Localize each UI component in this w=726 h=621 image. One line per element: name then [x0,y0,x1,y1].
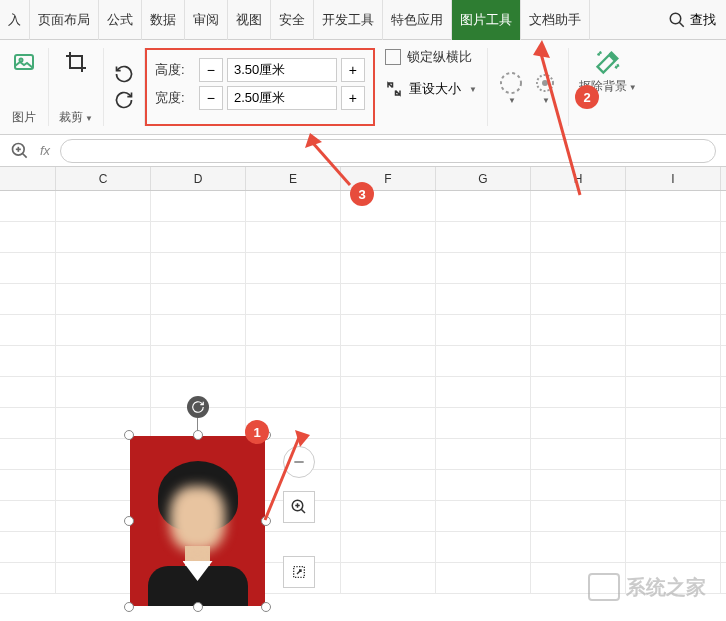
menu-tab-review[interactable]: 审阅 [185,0,228,40]
svg-point-4 [501,73,521,93]
rotate-handle[interactable] [187,396,209,418]
width-label: 宽度: [155,89,195,107]
annotation-2: 2 [575,85,599,109]
arrow-1 [260,425,310,525]
crop-icon [62,48,90,76]
lock-aspect-checkbox[interactable] [385,49,401,65]
annotation-1: 1 [245,420,269,444]
col-header-i[interactable]: I [626,167,721,190]
dropdown-arrow-icon: ▼ [469,85,477,94]
height-label: 高度: [155,61,195,79]
ribbon-crop-label: 裁剪▼ [59,109,93,126]
svg-point-0 [670,13,681,24]
reset-size-label: 重设大小 [409,80,461,98]
menu-tab-picture-tools[interactable]: 图片工具 [452,0,521,40]
formula-bar: fx [0,135,726,167]
arrow-3 [300,130,360,190]
fx-label: fx [40,143,50,158]
ribbon-group-rotate[interactable] [104,48,145,126]
menu-tab-formula[interactable]: 公式 [99,0,142,40]
menu-tab-apps[interactable]: 特色应用 [383,0,452,40]
ribbon-pic-label: 图片 [12,109,36,126]
ribbon-group-pic[interactable]: 图片 [0,48,49,126]
person-silhouette [148,451,248,606]
style-option-1[interactable]: ▼ [498,70,524,105]
menu-tab-data[interactable]: 数据 [142,0,185,40]
height-minus-button[interactable]: − [199,58,223,82]
dropdown-arrow-icon: ▼ [508,96,516,105]
magic-wand-icon [594,48,622,76]
svg-line-8 [23,153,27,157]
picture-icon [10,48,38,76]
width-input[interactable] [227,86,337,110]
resize-handle-tl[interactable] [124,430,134,440]
watermark-icon [588,573,620,601]
width-row: 宽度: − + [155,86,365,110]
resize-handle-ml[interactable] [124,516,134,526]
width-minus-button[interactable]: − [199,86,223,110]
menu-bar: 入 页面布局 公式 数据 审阅 视图 安全 开发工具 特色应用 图片工具 文档助… [0,0,726,40]
search-icon [668,11,686,29]
menu-tab-security[interactable]: 安全 [271,0,314,40]
photo-content [130,436,265,606]
float-expand-button[interactable] [283,556,315,588]
ribbon: 图片 裁剪▼ 高度: − + 宽度: − + 锁定纵横比 重设大小 [0,40,726,135]
annotation-3: 3 [350,182,374,206]
menu-tab-devtools[interactable]: 开发工具 [314,0,383,40]
svg-line-1 [679,22,684,27]
rotate-icon [191,400,205,414]
size-controls: 高度: − + 宽度: − + [145,48,375,126]
ribbon-group-reset: 锁定纵横比 重设大小 ▼ [375,48,487,126]
resize-handle-bl[interactable] [124,602,134,612]
spreadsheet-grid[interactable] [0,191,726,621]
expand-icon [291,564,307,580]
menu-tab-layout[interactable]: 页面布局 [30,0,99,40]
col-header-g[interactable]: G [436,167,531,190]
col-header-blank[interactable] [0,167,56,190]
lock-aspect-row[interactable]: 锁定纵横比 [385,48,477,66]
lock-aspect-label: 锁定纵横比 [407,48,472,66]
search-area[interactable]: 查找 [658,11,726,29]
resize-handle-br[interactable] [261,602,271,612]
svg-marker-18 [533,40,550,58]
height-row: 高度: − + [155,58,365,82]
dashed-circle-icon [498,70,524,96]
dropdown-arrow-icon: ▼ [85,114,93,123]
reset-size-button[interactable]: 重设大小 ▼ [385,80,477,98]
formula-input[interactable] [60,139,716,163]
resize-handle-bm[interactable] [193,602,203,612]
arrow-2 [530,40,590,200]
menu-tab-doc-helper[interactable]: 文档助手 [521,0,590,40]
width-plus-button[interactable]: + [341,86,365,110]
search-label: 查找 [690,11,716,29]
col-header-d[interactable]: D [151,167,246,190]
col-header-c[interactable]: C [56,167,151,190]
watermark-text: 系统之家 [626,574,706,601]
rotate-right-icon [114,90,134,110]
watermark: 系统之家 [588,573,706,601]
name-box-zoom-icon[interactable] [10,141,30,161]
selected-photo[interactable] [130,436,265,606]
rotate-left-icon [114,64,134,84]
ribbon-group-crop[interactable]: 裁剪▼ [49,48,104,126]
menu-tab-insert[interactable]: 入 [0,0,30,40]
height-plus-button[interactable]: + [341,58,365,82]
resize-handle-tm[interactable] [193,430,203,440]
menu-tab-view[interactable]: 视图 [228,0,271,40]
reset-icon [385,80,403,98]
height-input[interactable] [227,58,337,82]
